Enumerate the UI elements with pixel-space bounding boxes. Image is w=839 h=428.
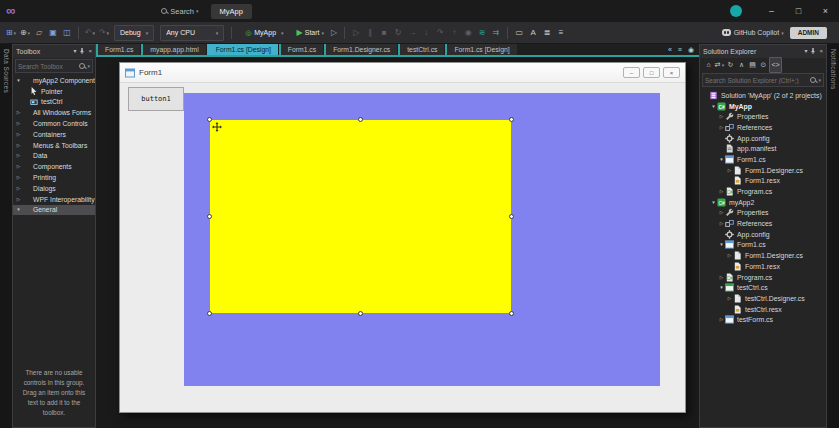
show-next-statement-icon[interactable]: → <box>406 26 418 40</box>
solution-explorer-search-input[interactable] <box>705 77 809 84</box>
tree-item[interactable]: References <box>700 122 826 133</box>
breakpoints-icon[interactable]: ◉ <box>462 26 474 40</box>
collapse-all-icon[interactable]: ∧ <box>736 58 747 72</box>
move-handle-icon[interactable] <box>212 122 222 132</box>
tree-item[interactable]: Form1.Designer.cs <box>700 165 826 176</box>
designer-form-body[interactable]: button1 <box>120 83 685 413</box>
designer-selected-control[interactable] <box>209 119 512 314</box>
user-avatar[interactable] <box>730 5 742 17</box>
tree-item[interactable]: app.manifest <box>700 143 826 154</box>
tree-item[interactable]: testCtrl.Designer.cs <box>700 293 826 304</box>
step-over-icon[interactable]: ↷ <box>434 26 446 40</box>
restart-icon[interactable]: ↻ <box>392 26 404 40</box>
pin-icon[interactable] <box>79 45 85 58</box>
tree-item[interactable]: MyApp <box>700 101 826 112</box>
tree-item[interactable]: myApp2 <box>700 197 826 208</box>
toolbox-item[interactable]: Printing <box>13 172 95 183</box>
save-icon[interactable]: ▣ <box>47 26 59 40</box>
resize-handle-bottom-right[interactable] <box>509 311 514 316</box>
chevron-down-icon[interactable]: ▾ <box>804 45 807 58</box>
view-code-icon[interactable]: <> <box>769 57 782 73</box>
tree-item[interactable]: Form1.cs <box>700 154 826 165</box>
add-new-item-icon[interactable]: ⊕ <box>19 26 31 40</box>
tree-item[interactable]: Program.cs <box>700 186 826 197</box>
titlebar-search[interactable]: Search ▾ <box>161 7 198 16</box>
active-files-icon[interactable]: ◉ <box>688 44 694 55</box>
hot-reload-icon[interactable]: ≋ <box>476 26 488 40</box>
feedback-comment-icon[interactable]: ▭ <box>513 26 525 40</box>
close-button[interactable]: × <box>812 0 839 22</box>
tab-testctrl-cs[interactable]: testCtrl.cs <box>398 44 444 55</box>
new-project-icon[interactable]: ⊞ <box>5 26 17 40</box>
pause-icon[interactable]: ∥ <box>364 26 376 40</box>
tab-form1-cs-2[interactable]: Form1.cs <box>279 44 323 55</box>
scroll-tabs-left-icon[interactable]: « <box>668 44 672 55</box>
tree-item[interactable]: Form1.resx <box>700 176 826 187</box>
toolbox-item[interactable]: Common Controls <box>13 118 95 129</box>
stop-icon[interactable]: ■ <box>378 26 390 40</box>
data-sources-collapsed-tab[interactable]: Data Sources <box>3 49 10 428</box>
resize-handle-top-middle[interactable] <box>358 117 363 122</box>
refresh-icon[interactable]: ↻ <box>725 58 736 72</box>
tree-item[interactable]: Solution 'MyApp' (2 of 2 projects) <box>700 90 826 101</box>
chevron-down-icon[interactable]: ▾ <box>73 45 76 58</box>
window-list-icon[interactable]: ≡ <box>678 44 682 55</box>
properties-icon[interactable]: ⊙ <box>758 58 769 72</box>
step-into-icon[interactable]: ↓ <box>420 26 432 40</box>
toolbox-item[interactable]: All Windows Forms <box>13 107 95 118</box>
tab-form1-cs-1[interactable]: Form1.cs <box>96 44 140 55</box>
toolbox-item[interactable]: WPF Interoperability <box>13 194 95 205</box>
toolbox-item[interactable]: testCtrl <box>13 97 95 108</box>
tree-item[interactable]: Program.cs <box>700 272 826 283</box>
toolbox-search-input[interactable] <box>18 63 78 70</box>
tree-item[interactable]: App.config <box>700 133 826 144</box>
toolbox-item[interactable]: Dialogs <box>13 183 95 194</box>
toolbox-item[interactable]: Pointer <box>13 86 95 97</box>
open-folder-icon[interactable]: ▱ <box>33 26 45 40</box>
home-icon[interactable]: ⌂ <box>703 58 714 72</box>
tree-item[interactable]: Form1.cs <box>700 240 826 251</box>
switch-views-icon[interactable]: ⇄ <box>714 58 725 72</box>
resize-handle-top-left[interactable] <box>207 117 212 122</box>
resize-handle-middle-right[interactable] <box>509 214 514 219</box>
toolbox-item[interactable]: General <box>13 205 95 216</box>
startup-project-dropdown[interactable]: ◎ MyApp▾ <box>239 25 289 41</box>
toolbox-item[interactable]: Menus & Toolbars <box>13 140 95 151</box>
line-annotations-icon[interactable]: ≣ <box>541 26 553 40</box>
tree-item[interactable]: Form1.Designer.cs <box>700 250 826 261</box>
tab-form1-designer-cs[interactable]: Form1.Designer.cs <box>324 44 397 55</box>
toolbox-item[interactable]: Components <box>13 161 95 172</box>
undo-icon[interactable]: ↶ <box>84 26 96 40</box>
designer-panel-control[interactable] <box>184 93 660 386</box>
step-out-icon[interactable]: ↑ <box>448 26 460 40</box>
tree-item[interactable]: Form1.resx <box>700 261 826 272</box>
github-copilot-button[interactable]: GitHub Copilot ▾ <box>722 29 784 36</box>
tree-item[interactable]: Properties <box>700 111 826 122</box>
run-without-debugging-icon[interactable]: ▷ <box>350 26 362 40</box>
close-icon[interactable]: × <box>88 45 92 58</box>
tree-item[interactable]: testCtrl.cs <box>700 282 826 293</box>
start-without-debugging-button[interactable]: ▷ <box>331 28 337 37</box>
toolbox-item[interactable]: Containers <box>13 129 95 140</box>
pin-icon[interactable] <box>810 45 816 58</box>
text-adornment-icon[interactable]: A <box>527 26 539 40</box>
maximize-button[interactable]: □ <box>785 0 812 22</box>
debug-configuration-dropdown[interactable]: Debug▾ <box>114 25 154 41</box>
designer-button1-control[interactable]: button1 <box>128 87 184 111</box>
start-debugging-button[interactable]: ▶ Start ▾ <box>297 28 324 37</box>
toolbox-item[interactable]: myApp2 Components <box>13 75 95 86</box>
redo-icon[interactable]: ↷ <box>98 26 110 40</box>
tree-item[interactable]: App.config <box>700 229 826 240</box>
tree-item[interactable]: testForm.cs <box>700 314 826 325</box>
resize-handle-top-right[interactable] <box>509 117 514 122</box>
tree-item[interactable]: Properties <box>700 208 826 219</box>
notifications-collapsed-tab[interactable]: Notifications <box>830 49 837 428</box>
tab-form1-cs-design-2[interactable]: Form1.cs [Design] <box>445 44 516 55</box>
resize-handle-middle-left[interactable] <box>207 214 212 219</box>
code-cleanup-icon[interactable]: ≡ <box>555 26 567 40</box>
close-icon[interactable]: × <box>819 45 823 58</box>
toolbox-item[interactable]: Data <box>13 151 95 162</box>
minimize-button[interactable]: – <box>758 0 785 22</box>
platform-dropdown[interactable]: Any CPU▾ <box>160 25 224 41</box>
tab-form1-cs-design-1[interactable]: Form1.cs [Design] <box>207 44 278 55</box>
